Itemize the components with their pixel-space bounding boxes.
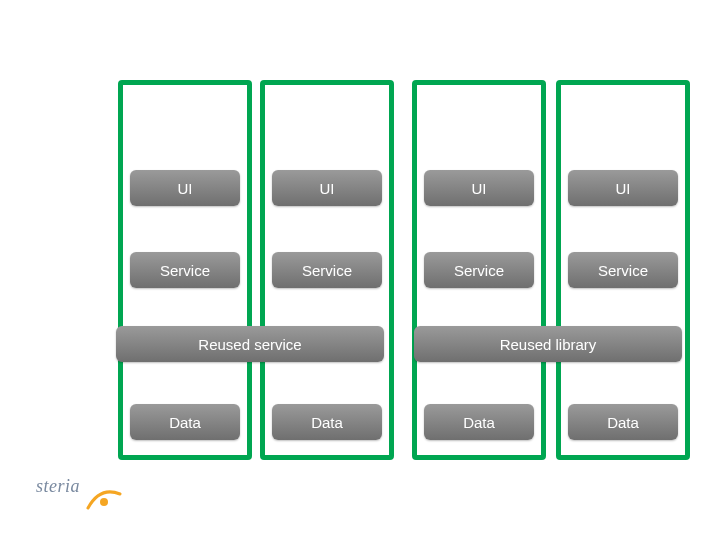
steria-logo-text: steria bbox=[36, 476, 80, 496]
box-ui-1: UI bbox=[272, 170, 382, 206]
box-service-2: Service bbox=[424, 252, 534, 288]
box-data-0: Data bbox=[130, 404, 240, 440]
box-data-2: Data bbox=[424, 404, 534, 440]
box-ui-0: UI bbox=[130, 170, 240, 206]
box-data-3: Data bbox=[568, 404, 678, 440]
box-reused-service: Reused service bbox=[116, 326, 384, 362]
box-service-1: Service bbox=[272, 252, 382, 288]
diagram-canvas: UI UI UI UI Service Service Service Serv… bbox=[0, 0, 720, 540]
box-service-0: Service bbox=[130, 252, 240, 288]
svg-point-0 bbox=[100, 498, 108, 506]
box-ui-2: UI bbox=[424, 170, 534, 206]
box-service-3: Service bbox=[568, 252, 678, 288]
steria-logo-swoosh-icon bbox=[86, 484, 122, 514]
box-data-1: Data bbox=[272, 404, 382, 440]
box-ui-3: UI bbox=[568, 170, 678, 206]
steria-logo: steria bbox=[36, 476, 116, 516]
box-reused-library: Reused library bbox=[414, 326, 682, 362]
